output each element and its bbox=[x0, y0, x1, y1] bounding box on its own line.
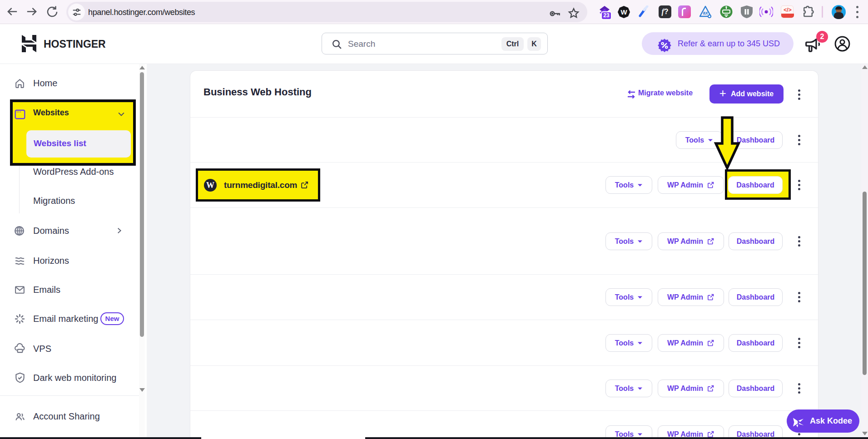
svg-text:ax: ax bbox=[703, 10, 708, 15]
svg-text:W: W bbox=[620, 8, 627, 16]
